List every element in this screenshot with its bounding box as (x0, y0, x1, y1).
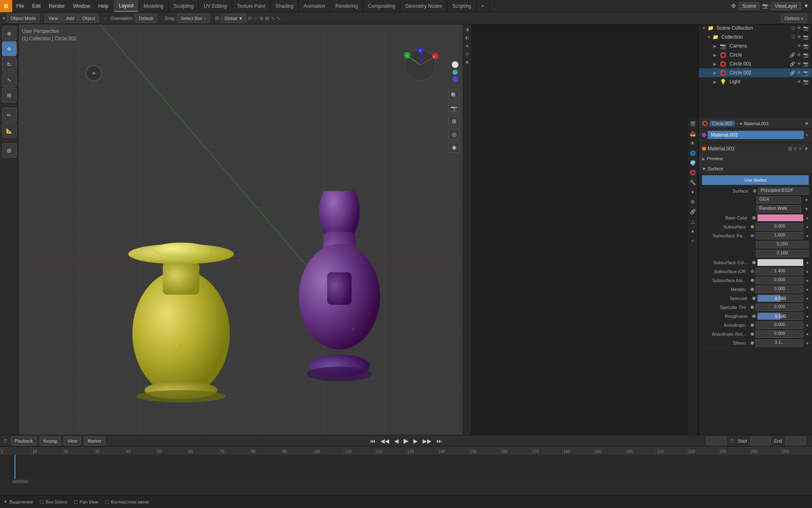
render-icon[interactable]: 📷 (803, 26, 809, 31)
timeline-content[interactable] (0, 455, 812, 479)
move-tool[interactable]: ✥ (2, 41, 17, 56)
prop-icon-view[interactable]: 👁 (688, 139, 697, 148)
add-btn[interactable]: Add (63, 14, 78, 23)
mat-nodes-icon[interactable]: ⊞ (788, 146, 792, 152)
next-frame-btn[interactable]: ▶ (412, 437, 419, 445)
viewport[interactable]: User Perspective (1) Collection | Circle… (19, 24, 463, 435)
subsurface-r1[interactable]: 1.000 (756, 232, 803, 239)
base-color-add[interactable]: ● (806, 215, 809, 220)
prev-keyframe-btn[interactable]: ◀◀ (379, 437, 391, 445)
subsurface-ani-add[interactable]: ● (806, 278, 809, 283)
object-mode-btn[interactable]: Object Mode (7, 14, 39, 23)
cursor-tool[interactable]: ⊕ (2, 26, 17, 41)
subsurface-col-add[interactable]: ● (806, 260, 809, 265)
ggx-select[interactable]: GGX (756, 196, 801, 204)
metallic-add[interactable]: ● (806, 287, 809, 292)
tab-compositing[interactable]: Compositing (363, 0, 400, 12)
surface-header[interactable]: ▼ Surface (699, 164, 812, 174)
material-name-field[interactable]: Material.003 (708, 131, 804, 139)
random-walk-select[interactable]: Random Walk (756, 205, 801, 213)
tab-add[interactable]: + (477, 0, 490, 12)
anisotropic-rot-value[interactable]: 0.000 (756, 330, 803, 338)
edit-menu[interactable]: Edit (28, 0, 45, 12)
anisotropic-rot-add[interactable]: ● (806, 332, 809, 336)
prop-icon-data[interactable]: △ (688, 217, 697, 226)
c1-eye-icon[interactable]: 👁 (797, 61, 801, 67)
cam-eye-icon[interactable]: 👁 (797, 43, 801, 49)
prev-frame-btn[interactable]: ◀ (393, 437, 400, 445)
rbar-icon-5[interactable]: ◉ (464, 59, 471, 65)
anisotropic-add[interactable]: ● (806, 323, 809, 328)
outliner-item-collection[interactable]: ▼ 📁 Collection ☑ 👁 📷 (699, 33, 812, 41)
specular-tint-value[interactable]: 0.000 (756, 304, 803, 311)
outliner-item-circle001[interactable]: ▶ ⭕ Circle.001 🔗 👁 📷 (699, 59, 812, 68)
grid-icon[interactable]: ⊞ (448, 115, 460, 127)
gizmo-svg[interactable]: X Y Z (400, 45, 441, 85)
sheen-value[interactable]: 3.1... (756, 339, 803, 347)
tab-rendering[interactable]: Rendering (330, 0, 363, 12)
jump-start-btn[interactable]: ⏮ (368, 437, 377, 445)
jump-end-btn[interactable]: ⏭ (435, 437, 444, 445)
light-eye-icon[interactable]: 👁 (797, 79, 801, 85)
mat-menu-icon[interactable]: ▼ (804, 146, 809, 152)
prop-icon-render[interactable]: 🎬 (688, 119, 697, 128)
col-eye-icon[interactable]: 👁 (797, 35, 801, 40)
rbar-icon-2[interactable]: ◐ (464, 34, 471, 41)
prop-icon-modifiers[interactable]: 🔧 (688, 178, 697, 187)
prop-icon-particles[interactable]: ✦ (688, 188, 697, 197)
prop-icon-particles2[interactable]: ✧ (688, 237, 697, 245)
rbar-icon-3[interactable]: ◈ (464, 42, 471, 49)
subsurface-value[interactable]: 0.000 (756, 223, 803, 230)
measure-tool[interactable]: 📐 (2, 123, 17, 138)
global-select[interactable]: Global ▼ (221, 14, 247, 23)
specular-tint-add[interactable]: ● (806, 305, 809, 310)
specular-slider[interactable]: 0.500 (757, 295, 803, 302)
specular-add[interactable]: ● (806, 296, 809, 301)
subsurface-ani-value[interactable]: 0.000 (756, 277, 803, 284)
c1-constraint-icon[interactable]: 🔗 (790, 61, 795, 67)
roughness-add[interactable]: ● (806, 314, 809, 319)
wireframe-icon[interactable]: ◉ (448, 141, 460, 153)
timeline-scrollbar[interactable] (0, 479, 812, 484)
roughness-slider[interactable]: 0.500 (757, 313, 803, 320)
view-btn[interactable]: View (45, 14, 62, 23)
options-btn[interactable]: Options » (781, 14, 807, 23)
zoom-camera-icon[interactable]: 📷 (448, 102, 460, 114)
scale-tool[interactable]: ⤡ (2, 72, 17, 87)
prop-icon-object[interactable]: ⭕ (688, 168, 697, 177)
tab-shading[interactable]: Shading (271, 0, 299, 12)
orientation-select[interactable]: Default (135, 14, 157, 23)
render-menu[interactable]: Render (45, 0, 69, 12)
mat-duplicate-icon[interactable]: ⎘ (794, 146, 797, 152)
color-dot-2[interactable] (452, 69, 458, 75)
subsurface-ior-add[interactable]: ● (806, 269, 809, 274)
col-visibility-icon[interactable]: ☑ (791, 35, 795, 40)
tab-geometry-nodes[interactable]: Geometry Nodes (400, 0, 447, 12)
scene-name[interactable]: Scene (739, 2, 760, 10)
circle-render-icon[interactable]: 📷 (803, 52, 809, 58)
keying-btn[interactable]: Keying (40, 436, 61, 445)
c2-eye-icon[interactable]: 👁 (797, 70, 801, 76)
circle-eye-icon[interactable]: 👁 (797, 52, 801, 58)
timeline-ruler[interactable]: 1 10 20 30 40 50 60 70 80 90 100 110 120… (0, 447, 812, 455)
tab-sculpting[interactable]: Sculpting (169, 0, 199, 12)
light-render-icon[interactable]: 📷 (803, 79, 809, 85)
tab-texture-paint[interactable]: Texture Paint (232, 0, 271, 12)
material-add-btn[interactable]: + (806, 132, 809, 138)
playback-btn[interactable]: Playback (11, 436, 37, 445)
prop-close-icon[interactable]: ✕ (805, 121, 809, 126)
eye-icon[interactable]: 👁 (797, 26, 801, 31)
col-render-icon[interactable]: 📷 (803, 35, 809, 40)
annotate-tool[interactable]: ✏ (2, 108, 17, 122)
color-dot-3[interactable] (452, 76, 458, 82)
zoom-in-icon[interactable]: 🔍 (448, 89, 460, 101)
prop-obj-name[interactable]: Circle.002 (710, 121, 735, 126)
c2-render-icon[interactable]: 📷 (803, 70, 809, 76)
visibility-icon[interactable]: ☑ (791, 26, 795, 31)
scrollbar-thumb[interactable] (12, 480, 28, 483)
add-object-tool[interactable]: ⊞ (2, 143, 17, 158)
outliner-item-circle002[interactable]: ▶ ⭕ Circle.002 🔗 👁 📷 (699, 68, 812, 77)
prop-icon-physics[interactable]: ⚙ (688, 198, 697, 206)
start-frame-input[interactable]: 1 (750, 437, 771, 445)
rbar-icon-4[interactable]: ◎ (464, 50, 471, 57)
